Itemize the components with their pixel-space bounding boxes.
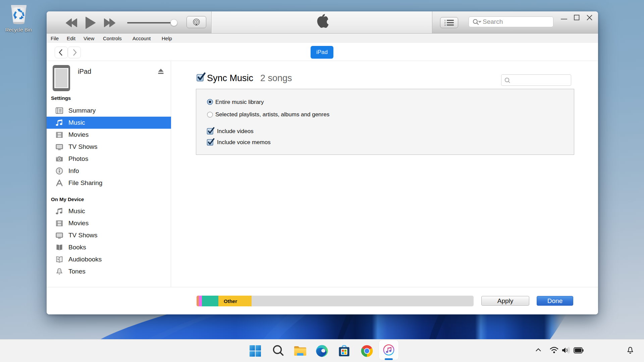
svg-text:2: 2 xyxy=(444,22,446,24)
svg-text:1: 1 xyxy=(444,19,446,21)
svg-text:3: 3 xyxy=(444,24,446,26)
